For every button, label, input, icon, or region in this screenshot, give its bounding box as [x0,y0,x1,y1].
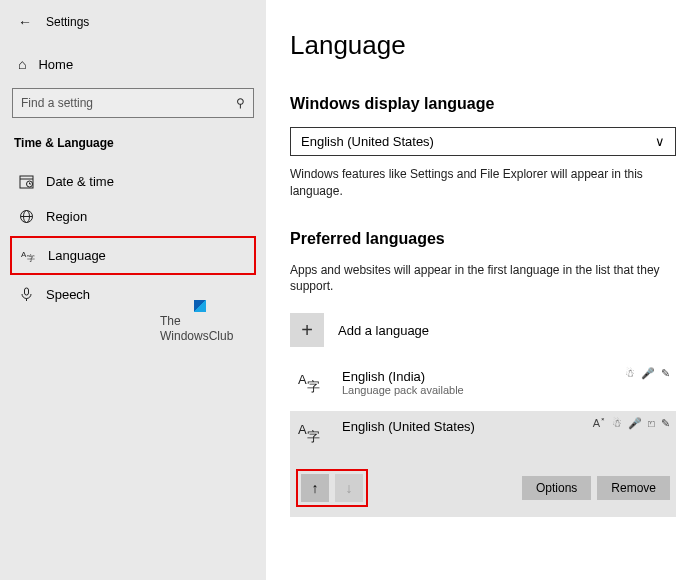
language-text: English (India) Language pack available [342,369,464,396]
language-action-bar: ↑ ↓ Options Remove [290,461,676,517]
language-feature-icons: ☃ 🎤 ✎ [625,367,670,380]
display-icon: A˟ [593,417,606,430]
language-name: English (United States) [342,419,475,434]
home-icon: ⌂ [18,56,26,72]
add-language-label: Add a language [338,323,429,338]
svg-rect-10 [24,288,28,295]
text-to-speech-icon: ☃ [612,417,622,430]
display-language-heading: Windows display language [290,95,676,113]
ocr-icon: ⏍ [648,417,655,430]
nav-speech-label: Speech [46,287,90,302]
nav-date-time[interactable]: Date & time [10,164,256,199]
handwriting-icon: ✎ [661,417,670,430]
sidebar: ← Settings ⌂ Home Find a setting ⚲ Time … [0,0,266,580]
search-input[interactable]: Find a setting ⚲ [12,88,254,118]
language-feature-icons: A˟ ☃ 🎤 ⏍ ✎ [593,417,670,430]
language-item-india[interactable]: A 字 English (India) Language pack availa… [290,361,676,411]
header-row: ← Settings [10,10,256,50]
nav-region[interactable]: Region [10,199,256,234]
search-placeholder: Find a setting [21,96,93,110]
speech-icon: 🎤 [641,367,655,380]
language-text: English (United States) [342,419,475,434]
move-up-button[interactable]: ↑ [301,474,329,502]
plus-icon: + [290,313,324,347]
nav-home-label: Home [38,57,73,72]
section-heading: Time & Language [10,136,256,164]
display-language-dropdown[interactable]: English (United States) ∨ [290,127,676,156]
language-item-us[interactable]: A 字 English (United States) A˟ ☃ 🎤 ⏍ ✎ [290,411,676,461]
main-panel: Language Windows display language Englis… [266,0,700,580]
search-icon: ⚲ [236,96,245,110]
nav-language-label: Language [48,248,106,263]
display-language-desc: Windows features like Settings and File … [290,166,676,200]
globe-icon [18,209,34,224]
speech-icon: 🎤 [628,417,642,430]
back-icon[interactable]: ← [18,14,32,30]
calendar-icon [18,174,34,189]
display-language-value: English (United States) [301,134,434,149]
watermark: The WindowsClub [160,300,233,343]
options-button[interactable]: Options [522,476,591,500]
chevron-down-icon: ∨ [655,134,665,149]
preferred-languages-heading: Preferred languages [290,230,676,248]
move-down-button[interactable]: ↓ [335,474,363,502]
watermark-line2: WindowsClub [160,329,233,343]
microphone-icon [18,287,34,302]
remove-button[interactable]: Remove [597,476,670,500]
text-to-speech-icon: ☃ [625,367,635,380]
svg-text:字: 字 [27,254,35,263]
watermark-line1: The [160,314,181,328]
language-buttons: Options Remove [522,476,670,500]
nav-language[interactable]: A字 Language [10,236,256,275]
language-name: English (India) [342,369,464,384]
nav-home[interactable]: ⌂ Home [10,50,256,78]
language-glyph-icon: A 字 [296,419,330,453]
nav-region-label: Region [46,209,87,224]
nav-date-label: Date & time [46,174,114,189]
settings-title: Settings [46,15,89,29]
language-sub: Language pack available [342,384,464,396]
language-glyph-icon: A 字 [296,369,330,403]
watermark-logo-icon [194,300,206,312]
add-language-button[interactable]: + Add a language [290,309,676,361]
preferred-languages-desc: Apps and websites will appear in the fir… [290,262,676,296]
handwriting-icon: ✎ [661,367,670,380]
language-icon: A字 [20,248,36,263]
page-title: Language [290,30,676,61]
reorder-buttons: ↑ ↓ [296,469,368,507]
